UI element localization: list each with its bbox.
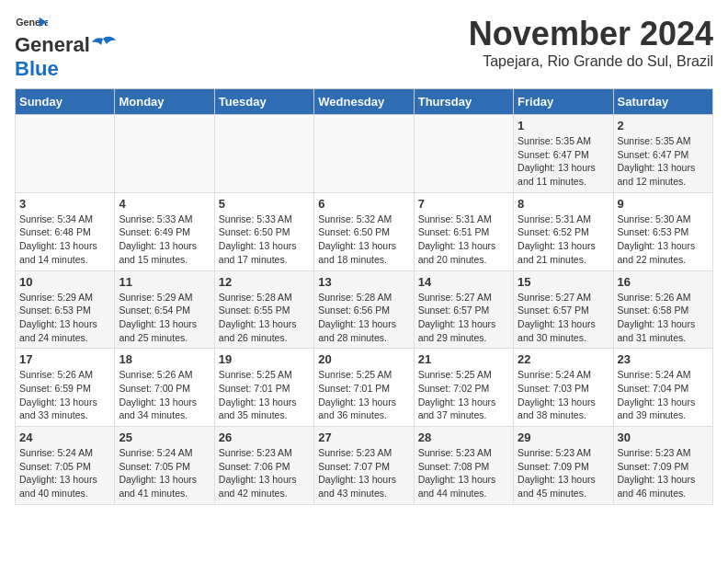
day-number: 26	[219, 431, 310, 444]
day-number: 13	[318, 275, 409, 289]
calendar-day-cell: 1Sunrise: 5:35 AMSunset: 6:47 PMDaylight…	[514, 115, 613, 193]
calendar-week-row: 3Sunrise: 5:34 AMSunset: 6:48 PMDaylight…	[16, 192, 713, 270]
day-number: 1	[518, 119, 609, 132]
day-info: Sunrise: 5:29 AMSunset: 6:54 PMDaylight:…	[119, 291, 210, 345]
logo-general: General	[15, 33, 90, 57]
day-number: 30	[618, 431, 709, 444]
day-number: 20	[318, 352, 409, 366]
day-info: Sunrise: 5:25 AMSunset: 7:02 PMDaylight:…	[418, 368, 509, 422]
day-number: 21	[418, 352, 509, 366]
day-info: Sunrise: 5:31 AMSunset: 6:51 PMDaylight:…	[418, 213, 509, 267]
calendar-day-cell: 9Sunrise: 5:30 AMSunset: 6:53 PMDaylight…	[613, 192, 712, 270]
calendar-day-cell: 14Sunrise: 5:27 AMSunset: 6:57 PMDayligh…	[414, 270, 513, 349]
day-number: 22	[518, 352, 609, 366]
day-info: Sunrise: 5:24 AMSunset: 7:03 PMDaylight:…	[518, 368, 609, 422]
calendar-table: SundayMondayTuesdayWednesdayThursdayFrid…	[15, 88, 713, 505]
weekday-header-monday: Monday	[115, 89, 214, 115]
weekday-header-saturday: Saturday	[613, 89, 712, 115]
day-info: Sunrise: 5:26 AMSunset: 7:00 PMDaylight:…	[119, 368, 210, 422]
day-number: 4	[119, 197, 210, 211]
weekday-header-sunday: Sunday	[16, 89, 115, 115]
calendar-day-cell: 17Sunrise: 5:26 AMSunset: 6:59 PMDayligh…	[16, 349, 115, 427]
calendar-day-cell: 11Sunrise: 5:29 AMSunset: 6:54 PMDayligh…	[115, 270, 214, 349]
title-area: November 2024 Tapejara, Rio Grande do Su…	[469, 15, 713, 70]
day-info: Sunrise: 5:24 AMSunset: 7:04 PMDaylight:…	[618, 368, 709, 422]
weekday-header-friday: Friday	[514, 89, 613, 115]
weekday-header-tuesday: Tuesday	[214, 89, 313, 115]
day-info: Sunrise: 5:35 AMSunset: 6:47 PMDaylight:…	[618, 134, 709, 189]
calendar-day-cell: 20Sunrise: 5:25 AMSunset: 7:01 PMDayligh…	[314, 349, 414, 427]
day-info: Sunrise: 5:23 AMSunset: 7:06 PMDaylight:…	[219, 446, 310, 500]
calendar-empty-cell	[214, 115, 313, 193]
calendar-day-cell: 4Sunrise: 5:33 AMSunset: 6:49 PMDaylight…	[115, 192, 214, 270]
day-info: Sunrise: 5:33 AMSunset: 6:49 PMDaylight:…	[119, 213, 210, 267]
logo-blue: Blue	[15, 57, 59, 80]
day-info: Sunrise: 5:30 AMSunset: 6:53 PMDaylight:…	[618, 213, 709, 267]
day-number: 7	[418, 197, 509, 211]
header: General General Blue November 2024 Tapej…	[15, 15, 713, 81]
calendar-day-cell: 6Sunrise: 5:32 AMSunset: 6:50 PMDaylight…	[314, 192, 414, 270]
calendar-day-cell: 15Sunrise: 5:27 AMSunset: 6:57 PMDayligh…	[514, 270, 613, 349]
general-blue-icon: General	[15, 15, 48, 33]
day-number: 18	[119, 352, 210, 366]
calendar-day-cell: 3Sunrise: 5:34 AMSunset: 6:48 PMDaylight…	[16, 192, 115, 270]
day-number: 8	[518, 197, 609, 211]
calendar-day-cell: 24Sunrise: 5:24 AMSunset: 7:05 PMDayligh…	[16, 427, 115, 505]
day-info: Sunrise: 5:25 AMSunset: 7:01 PMDaylight:…	[318, 368, 409, 422]
calendar-empty-cell	[314, 115, 414, 193]
calendar-day-cell: 23Sunrise: 5:24 AMSunset: 7:04 PMDayligh…	[613, 349, 712, 427]
day-info: Sunrise: 5:35 AMSunset: 6:47 PMDaylight:…	[518, 134, 609, 189]
day-info: Sunrise: 5:27 AMSunset: 6:57 PMDaylight:…	[518, 291, 609, 345]
calendar-day-cell: 21Sunrise: 5:25 AMSunset: 7:02 PMDayligh…	[414, 349, 513, 427]
day-number: 14	[418, 275, 509, 289]
calendar-day-cell: 10Sunrise: 5:29 AMSunset: 6:53 PMDayligh…	[16, 270, 115, 349]
day-number: 16	[618, 275, 709, 289]
day-info: Sunrise: 5:25 AMSunset: 7:01 PMDaylight:…	[219, 368, 310, 422]
calendar-week-row: 17Sunrise: 5:26 AMSunset: 6:59 PMDayligh…	[16, 349, 713, 427]
day-number: 28	[418, 431, 509, 444]
calendar-empty-cell	[414, 115, 513, 193]
calendar-day-cell: 5Sunrise: 5:33 AMSunset: 6:50 PMDaylight…	[214, 192, 313, 270]
day-number: 27	[318, 431, 409, 444]
day-info: Sunrise: 5:24 AMSunset: 7:05 PMDaylight:…	[19, 446, 110, 500]
calendar-empty-cell	[115, 115, 214, 193]
day-number: 24	[19, 431, 110, 444]
day-number: 17	[19, 352, 110, 366]
day-info: Sunrise: 5:28 AMSunset: 6:55 PMDaylight:…	[219, 291, 310, 345]
day-info: Sunrise: 5:34 AMSunset: 6:48 PMDaylight:…	[19, 213, 110, 267]
day-number: 19	[219, 352, 310, 366]
calendar-day-cell: 8Sunrise: 5:31 AMSunset: 6:52 PMDaylight…	[514, 192, 613, 270]
calendar-day-cell: 27Sunrise: 5:23 AMSunset: 7:07 PMDayligh…	[314, 427, 414, 505]
calendar-day-cell: 16Sunrise: 5:26 AMSunset: 6:58 PMDayligh…	[613, 270, 712, 349]
location-title: Tapejara, Rio Grande do Sul, Brazil	[469, 53, 713, 70]
calendar-day-cell: 2Sunrise: 5:35 AMSunset: 6:47 PMDaylight…	[613, 115, 712, 193]
calendar-week-row: 10Sunrise: 5:29 AMSunset: 6:53 PMDayligh…	[16, 270, 713, 349]
day-number: 6	[318, 197, 409, 211]
day-number: 25	[119, 431, 210, 444]
calendar-day-cell: 18Sunrise: 5:26 AMSunset: 7:00 PMDayligh…	[115, 349, 214, 427]
day-info: Sunrise: 5:31 AMSunset: 6:52 PMDaylight:…	[518, 213, 609, 267]
weekday-header-row: SundayMondayTuesdayWednesdayThursdayFrid…	[16, 89, 713, 115]
calendar-day-cell: 28Sunrise: 5:23 AMSunset: 7:08 PMDayligh…	[414, 427, 513, 505]
calendar-day-cell: 26Sunrise: 5:23 AMSunset: 7:06 PMDayligh…	[214, 427, 313, 505]
calendar-day-cell: 22Sunrise: 5:24 AMSunset: 7:03 PMDayligh…	[514, 349, 613, 427]
day-number: 29	[518, 431, 609, 444]
day-info: Sunrise: 5:26 AMSunset: 6:59 PMDaylight:…	[19, 368, 110, 422]
day-number: 11	[119, 275, 210, 289]
day-number: 10	[19, 275, 110, 289]
weekday-header-thursday: Thursday	[414, 89, 513, 115]
day-info: Sunrise: 5:23 AMSunset: 7:09 PMDaylight:…	[618, 446, 709, 500]
calendar-day-cell: 25Sunrise: 5:24 AMSunset: 7:05 PMDayligh…	[115, 427, 214, 505]
day-info: Sunrise: 5:33 AMSunset: 6:50 PMDaylight:…	[219, 213, 310, 267]
day-info: Sunrise: 5:24 AMSunset: 7:05 PMDaylight:…	[119, 446, 210, 500]
calendar-empty-cell	[16, 115, 115, 193]
day-info: Sunrise: 5:29 AMSunset: 6:53 PMDaylight:…	[19, 291, 110, 345]
day-number: 9	[618, 197, 709, 211]
calendar-day-cell: 19Sunrise: 5:25 AMSunset: 7:01 PMDayligh…	[214, 349, 313, 427]
calendar-day-cell: 7Sunrise: 5:31 AMSunset: 6:51 PMDaylight…	[414, 192, 513, 270]
calendar-week-row: 24Sunrise: 5:24 AMSunset: 7:05 PMDayligh…	[16, 427, 713, 505]
calendar-day-cell: 13Sunrise: 5:28 AMSunset: 6:56 PMDayligh…	[314, 270, 414, 349]
day-info: Sunrise: 5:23 AMSunset: 7:07 PMDaylight:…	[318, 446, 409, 500]
day-number: 12	[219, 275, 310, 289]
day-info: Sunrise: 5:23 AMSunset: 7:08 PMDaylight:…	[418, 446, 509, 500]
